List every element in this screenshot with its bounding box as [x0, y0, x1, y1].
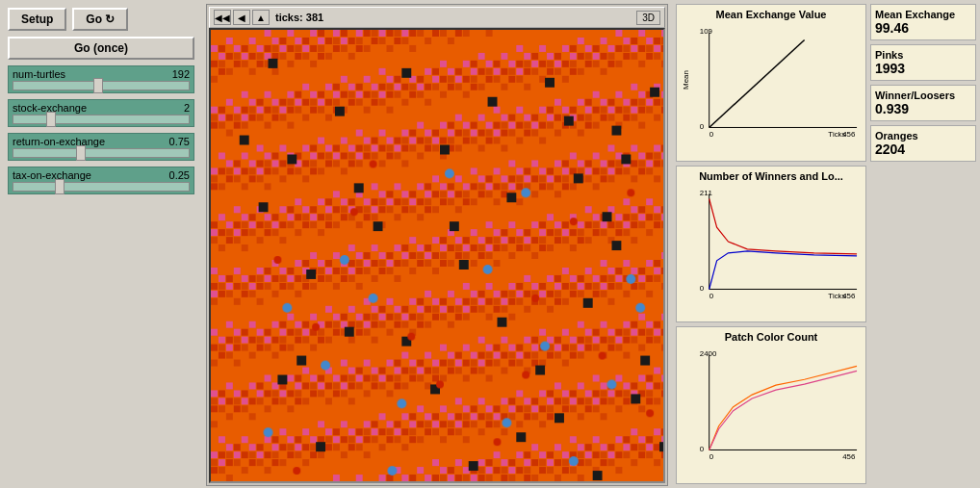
pc-y-min: 0: [700, 446, 705, 454]
refresh-icon: ↻: [105, 13, 115, 26]
center-panel: ◀◀ ◀ ▲ ticks: 381 3D: [202, 0, 672, 488]
winners-losers-svg: 211 0 0 Ticks 456: [681, 184, 862, 299]
charts-column: Mean Exchange Value Mean 109 0 0 Ticks 4…: [676, 4, 866, 484]
mean-exchange-stat-value: 99.46: [875, 20, 971, 36]
mean-exchange-stat-label: Mean Exchange: [875, 9, 971, 20]
patch-color-chart: Patch Color Count 2400 0 0 456: [676, 326, 866, 484]
num-turtles-slider-container: num-turtles 192: [8, 65, 194, 93]
oranges-stat-label: Oranges: [875, 130, 971, 141]
losers-line: [709, 251, 857, 290]
go-button[interactable]: Go ↻: [72, 8, 128, 31]
prev-button[interactable]: ◀: [233, 10, 250, 25]
mean-exchange-stat: Mean Exchange 99.46: [870, 4, 976, 40]
winners-losers-stat-value: 0.939: [875, 101, 971, 116]
winners-line: [709, 198, 857, 253]
winners-losers-stat: Winner/Loosers 0.939: [870, 85, 976, 121]
three-d-button[interactable]: 3D: [636, 11, 660, 25]
patch-color-title: Patch Color Count: [681, 331, 862, 343]
mean-exchange-svg: Mean 109 0 0 Ticks 456: [681, 22, 862, 138]
mean-exchange-chart: Mean Exchange Value Mean 109 0 0 Ticks 4…: [676, 4, 866, 162]
winners-losers-stat-label: Winner/Loosers: [875, 90, 971, 101]
winners-losers-chart: Number of Winners and Lo... 211 0 0 Tick…: [676, 166, 866, 323]
stock-exchange-input[interactable]: [13, 115, 190, 124]
left-panel: Setup Go ↻ Go (once) num-turtles 192 sto…: [0, 0, 202, 488]
go-once-button[interactable]: Go (once): [8, 37, 194, 60]
return-on-exchange-input[interactable]: [13, 148, 190, 158]
simulation-canvas: [209, 28, 665, 483]
pinks-stat-label: Pinks: [875, 49, 971, 61]
pc-x-max: 456: [842, 453, 856, 461]
mean-exchange-title: Mean Exchange Value: [681, 9, 862, 20]
tax-on-exchange-input[interactable]: [13, 182, 190, 192]
patch-color-svg: 2400 0 0 456: [681, 345, 862, 460]
mean-line: [709, 39, 805, 127]
pc-y-max: 2400: [700, 350, 717, 359]
go-label: Go: [86, 13, 102, 26]
wl-x-max: 456: [842, 292, 856, 299]
setup-button[interactable]: Setup: [8, 8, 66, 31]
rewind-button[interactable]: ◀◀: [214, 10, 231, 25]
nav-icons: ◀◀ ◀ ▲: [214, 10, 270, 25]
sim-header: ◀◀ ◀ ▲ ticks: 381 3D: [209, 7, 665, 28]
mean-y-label: Mean: [682, 70, 690, 90]
mean-x-min: 0: [709, 130, 714, 138]
pink-line: [709, 372, 857, 450]
mean-x-val: 456: [842, 130, 856, 138]
ticks-label: ticks: 381: [275, 12, 631, 23]
stats-column: Mean Exchange 99.46 Pinks 1993 Winner/Lo…: [870, 4, 976, 484]
pc-x-min: 0: [709, 453, 714, 461]
num-turtles-input[interactable]: [13, 81, 190, 90]
wl-x-min: 0: [709, 292, 714, 299]
mean-y-min: 0: [700, 122, 705, 131]
tax-on-exchange-slider-container: tax-on-exchange 0.25: [8, 167, 194, 194]
orange-line: [709, 367, 857, 450]
top-buttons: Setup Go ↻: [8, 8, 194, 31]
pinks-stat: Pinks 1993: [870, 44, 976, 81]
world-canvas: [211, 30, 663, 481]
wl-y-min: 0: [700, 284, 705, 293]
wl-y-max: 211: [700, 189, 713, 197]
return-on-exchange-slider-container: return-on-exchange 0.75: [8, 133, 194, 161]
right-panel: Mean Exchange Value Mean 109 0 0 Ticks 4…: [672, 0, 980, 488]
oranges-stat-value: 2204: [875, 141, 971, 157]
winners-losers-title: Number of Winners and Lo...: [681, 170, 862, 182]
stock-exchange-slider-container: stock-exchange 2: [8, 99, 194, 127]
oranges-stat: Oranges 2204: [870, 125, 976, 162]
pinks-stat-value: 1993: [875, 61, 971, 76]
mean-y-max: 109: [700, 28, 713, 37]
go-once-row: Go (once): [8, 37, 194, 60]
next-button[interactable]: ▲: [252, 10, 270, 25]
